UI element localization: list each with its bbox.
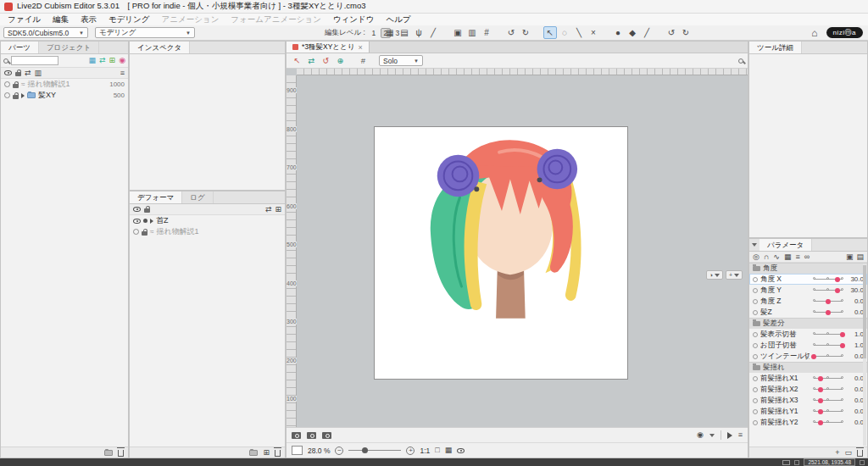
- opacity-control[interactable]: ◑: [706, 270, 723, 280]
- record-target-icon[interactable]: ◉: [119, 57, 125, 64]
- keyframe-indicator[interactable]: [753, 354, 758, 359]
- new-folder-icon[interactable]: [249, 450, 258, 456]
- parameters-scrollbar[interactable]: [863, 264, 866, 446]
- expand-caret-icon[interactable]: [150, 219, 153, 224]
- keyframe-indicator[interactable]: [753, 376, 758, 381]
- lock-column-icon[interactable]: [15, 72, 21, 76]
- document-tab[interactable]: *3種髪XYととり ×: [287, 42, 370, 53]
- reset-keyform-icon[interactable]: ↺: [320, 55, 332, 67]
- repeat-icon[interactable]: ∞: [804, 253, 810, 261]
- chevron-down-icon[interactable]: [709, 434, 715, 437]
- list-view-icon[interactable]: ≡: [795, 253, 799, 261]
- visibility-column-icon[interactable]: [133, 207, 141, 212]
- refresh-icon[interactable]: ⇄: [99, 57, 106, 64]
- palette-icon[interactable]: ▦: [89, 57, 97, 64]
- parameter-slider[interactable]: [812, 418, 844, 428]
- onion-skin-icon[interactable]: [457, 448, 465, 453]
- keyframe-indicator[interactable]: [753, 387, 758, 392]
- visibility-toggle-icon[interactable]: [133, 229, 139, 235]
- pen-tool-icon[interactable]: ╱: [640, 26, 654, 39]
- swap-icon[interactable]: ⇄: [25, 69, 31, 77]
- panel-tab[interactable]: ツール詳細: [749, 42, 802, 53]
- grid-snap-icon[interactable]: #: [480, 26, 493, 39]
- slider-knob[interactable]: [826, 310, 831, 315]
- playback-menu-icon[interactable]: ≡: [738, 431, 743, 439]
- new-folder-icon[interactable]: [104, 450, 113, 456]
- lock-icon[interactable]: [142, 231, 147, 236]
- parameter-value[interactable]: 0.0: [847, 308, 864, 316]
- solo-mode-select[interactable]: Solo ▼: [379, 55, 423, 66]
- delete-icon[interactable]: [275, 450, 281, 457]
- part-row[interactable]: ≈ 髪XY 500: [1, 90, 128, 101]
- new-deformer-icon[interactable]: ⊞: [263, 449, 270, 457]
- panel-tab[interactable]: パーツ: [1, 42, 39, 53]
- parameter-value[interactable]: 30.0: [847, 286, 864, 294]
- add-keyform-icon[interactable]: ⊕: [334, 55, 347, 67]
- keyframe-indicator[interactable]: [753, 343, 758, 348]
- brush-tool-icon[interactable]: ╲: [572, 26, 586, 39]
- menu-item[interactable]: モデリング: [103, 14, 156, 25]
- play-button[interactable]: [727, 432, 732, 439]
- parameter-row[interactable]: 前髪揺れX2 0.0: [749, 384, 867, 395]
- arrow-edit-icon[interactable]: ↖: [291, 55, 303, 67]
- parameter-row[interactable]: 前髪揺れY1 0.0: [749, 406, 867, 417]
- parameter-slider[interactable]: [812, 275, 844, 285]
- slider-knob[interactable]: [818, 420, 823, 425]
- parameter-value[interactable]: 0.0: [847, 352, 864, 360]
- parameter-row[interactable]: 髪表示切替 1.0: [749, 329, 867, 340]
- parameter-row[interactable]: 角度 X 30.0: [749, 274, 867, 285]
- delete-parameter-icon[interactable]: [857, 450, 863, 457]
- deformer-row[interactable]: ≈ 揺れ物解説1: [130, 226, 285, 237]
- camera-settings-icon[interactable]: [322, 432, 331, 439]
- slider-knob[interactable]: [818, 387, 823, 392]
- comment-icon[interactable]: ▭: [844, 449, 852, 457]
- parameter-slider[interactable]: [812, 407, 844, 417]
- multi-key-icon[interactable]: ◎: [753, 253, 760, 261]
- canvas-viewport[interactable]: 900800700600500400300200100: [287, 69, 748, 427]
- parameter-slider[interactable]: [812, 330, 844, 340]
- parameter-row[interactable]: 角度 Y 30.0: [749, 285, 867, 296]
- deformer-row[interactable]: ≈ 首Z: [130, 215, 285, 226]
- menu-item[interactable]: 表示: [75, 14, 103, 25]
- sdk-version-select[interactable]: SDK5.0/Cubism5.0 ▼: [3, 27, 88, 38]
- panel-tab[interactable]: インスペクタ: [130, 42, 190, 53]
- parameter-slider[interactable]: [812, 396, 844, 406]
- rotate-cw-icon[interactable]: ↻: [519, 26, 532, 39]
- menu-item[interactable]: アニメーション: [156, 14, 225, 25]
- panel-tab[interactable]: ログ: [182, 191, 213, 203]
- menu-item[interactable]: ヘルプ: [381, 14, 417, 25]
- swap-keyform-icon[interactable]: ⇄: [305, 55, 318, 67]
- parameter-value[interactable]: 0.0: [847, 297, 864, 305]
- parameter-slider[interactable]: [812, 374, 844, 384]
- keyframe-indicator[interactable]: [753, 277, 758, 282]
- parameter-row[interactable]: お団子切替 1.0: [749, 340, 867, 351]
- menu-item[interactable]: ファイル: [2, 14, 47, 25]
- notification-icon[interactable]: [860, 460, 865, 465]
- pixel-grid-icon[interactable]: ▦: [445, 447, 453, 454]
- lock-column-icon[interactable]: [144, 208, 150, 213]
- parameter-row[interactable]: 前髪揺れX3 0.0: [749, 395, 867, 406]
- zoom-percent[interactable]: 28.0 %: [308, 447, 330, 455]
- panel-menu-icon[interactable]: ≡: [120, 69, 125, 77]
- keyframe-indicator[interactable]: [753, 310, 758, 315]
- curve-editor-icon[interactable]: ∿: [773, 253, 780, 261]
- group-view-icon[interactable]: ▥: [35, 69, 42, 77]
- add-parameter-icon[interactable]: +: [835, 449, 839, 457]
- drop-tool-icon[interactable]: ◆: [626, 26, 639, 39]
- parameter-value[interactable]: 0.0: [847, 408, 864, 415]
- rotate-ccw-icon[interactable]: ↺: [504, 26, 518, 39]
- parameter-slider[interactable]: [812, 286, 844, 296]
- scale-ratio[interactable]: 1:1: [420, 447, 430, 455]
- slider-knob[interactable]: [840, 343, 845, 348]
- copy-icon[interactable]: ▣: [846, 253, 854, 261]
- panel-options-icon[interactable]: ▤: [856, 253, 864, 261]
- keyframe-indicator[interactable]: [753, 420, 758, 425]
- glue-icon[interactable]: ψ: [412, 26, 426, 39]
- slider-knob[interactable]: [840, 332, 845, 337]
- parameter-value[interactable]: 0.0: [847, 374, 864, 382]
- delete-icon[interactable]: [118, 450, 124, 457]
- slider-knob[interactable]: [818, 409, 823, 414]
- eye-icon[interactable]: [133, 219, 141, 224]
- lock-icon[interactable]: [13, 95, 19, 99]
- parameter-row[interactable]: 前髪揺れX1 0.0: [749, 373, 867, 384]
